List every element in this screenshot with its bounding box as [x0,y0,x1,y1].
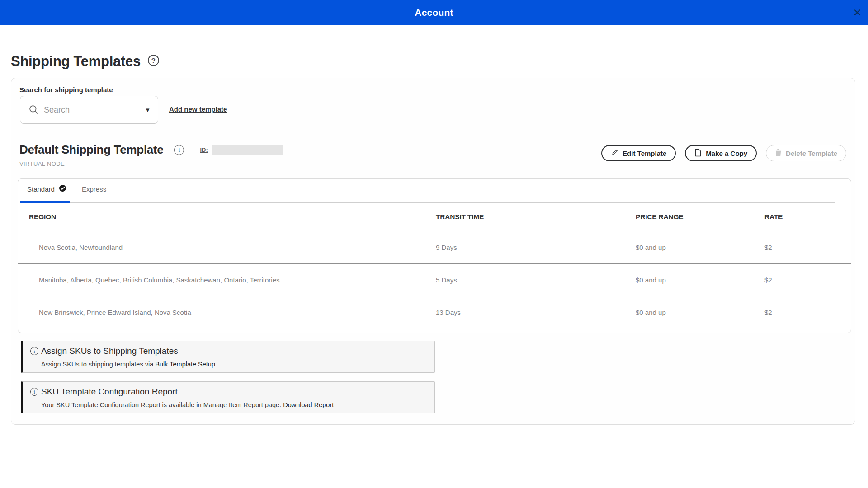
cell-price: $0 and up [636,309,764,316]
info-icon: i [30,388,38,396]
assign-skus-info-box: i Assign SKUs to Shipping Templates Assi… [21,341,435,373]
make-a-copy-button[interactable]: Make a Copy [685,145,757,161]
table-header-row: REGION TRANSIT TIME PRICE RANGE RATE [18,203,851,231]
rates-table-card: Standard Express REGION TRANSIT TIME PRI… [18,178,851,333]
col-header-region: REGION [29,213,436,221]
template-subtitle: VIRTUAL NODE [19,160,65,167]
edit-template-button[interactable]: Edit Template [601,145,676,161]
template-actions: Edit Template Make a Copy Delete Templat… [601,145,846,161]
account-header-bar: Account ✕ [0,0,868,25]
info-box-title: Assign SKUs to Shipping Templates [41,346,178,356]
template-search-combobox[interactable]: ▼ [20,96,158,124]
cell-rate: $2 [764,244,840,251]
close-icon[interactable]: ✕ [853,7,862,18]
cell-transit: 13 Days [436,309,636,316]
tab-active-indicator [20,201,70,203]
add-new-template-link[interactable]: Add new template [169,105,227,113]
cell-transit: 9 Days [436,244,636,251]
copy-icon [694,149,702,158]
cell-transit: 5 Days [436,276,636,284]
pencil-icon [611,149,618,158]
cell-price: $0 and up [636,244,764,251]
info-box-body: Assign SKUs to shipping templates via Bu… [41,361,215,368]
help-icon[interactable]: ? [148,55,159,66]
shipping-templates-card: Search for shipping template ▼ Add new t… [11,78,855,425]
tab-standard[interactable]: Standard [27,185,66,193]
template-id-label: ID: [200,146,208,153]
cell-rate: $2 [764,276,840,284]
cell-price: $0 and up [636,276,764,284]
col-header-rate: RATE [764,213,840,221]
table-row: Nova Scotia, Newfoundland 9 Days $0 and … [18,231,851,263]
delete-template-button[interactable]: Delete Template [766,145,846,161]
template-header: Default Shipping Template i ID: [19,143,283,157]
info-icon[interactable]: i [174,145,184,155]
template-id-redacted-value [212,145,283,155]
info-icon: i [30,347,38,355]
cell-rate: $2 [764,309,840,316]
trash-icon [775,149,782,158]
page-title-row: Shipping Templates ? [11,53,159,70]
account-title: Account [415,7,453,18]
search-input[interactable] [44,105,134,115]
info-box-body: Your SKU Template Configuration Report i… [41,401,334,408]
chevron-down-icon[interactable]: ▼ [145,107,151,113]
sku-report-info-box: i SKU Template Configuration Report Your… [21,381,435,413]
download-report-link[interactable]: Download Report [283,401,334,408]
tab-express[interactable]: Express [82,185,106,193]
cell-region: New Brinswick, Prince Edward Island, Nov… [29,309,436,316]
search-label: Search for shipping template [19,86,113,94]
tabs-baseline [20,202,835,203]
table-row: New Brinswick, Prince Edward Island, Nov… [18,296,851,328]
cell-region: Nova Scotia, Newfoundland [29,244,436,251]
search-icon [28,104,40,116]
info-box-title: SKU Template Configuration Report [41,387,178,397]
col-header-price: PRICE RANGE [636,213,764,221]
template-name: Default Shipping Template [19,143,163,157]
page-title: Shipping Templates [11,53,141,70]
cell-region: Manitoba, Alberta, Quebec, British Colum… [29,276,436,284]
table-row: Manitoba, Alberta, Quebec, British Colum… [18,263,851,296]
shipping-method-tabs: Standard Express [18,179,851,203]
bulk-template-setup-link[interactable]: Bulk Template Setup [155,361,215,368]
checkmark-badge-icon [59,184,66,192]
col-header-transit: TRANSIT TIME [436,213,636,221]
